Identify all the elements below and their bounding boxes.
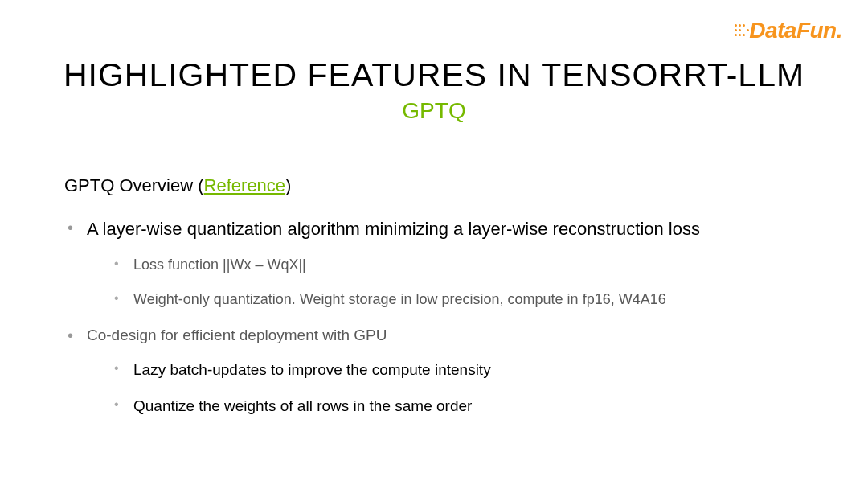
bullet-level1: A layer-wise quantization algorithm mini…	[64, 217, 820, 309]
bullet-level2: Quantize the weights of all rows in the …	[87, 397, 820, 417]
overview-prefix: GPTQ Overview (	[64, 175, 204, 195]
slide-content: GPTQ Overview (Reference) A layer-wise q…	[64, 175, 820, 432]
bullet-level2: Loss function ||Wx – WqX||	[87, 256, 820, 274]
bullet-level2: Weight-only quantization. Weight storage…	[87, 290, 820, 309]
bullet-level1: Co-design for efficient deployment with …	[64, 325, 820, 416]
bullet-text: Co-design for efficient deployment with …	[87, 327, 387, 343]
bullet-text: Loss function ||Wx – WqX||	[133, 257, 306, 273]
bullet-text: A layer-wise quantization algorithm mini…	[87, 219, 700, 239]
logo-dots-icon	[733, 23, 751, 39]
logo-text: DataFun.	[749, 18, 842, 43]
bullet-text: Quantize the weights of all rows in the …	[133, 397, 472, 414]
slide-title: HIGHLIGHTED FEATURES IN TENSORRT-LLM	[63, 56, 805, 94]
overview-heading: GPTQ Overview (Reference)	[64, 175, 820, 196]
bullet-level2: Lazy batch-updates to improve the comput…	[87, 360, 820, 380]
bullet-text: Weight-only quantization. Weight storage…	[133, 291, 666, 307]
slide-subtitle: GPTQ	[402, 98, 465, 124]
reference-link[interactable]: Reference	[204, 175, 286, 195]
datafun-logo: DataFun.	[733, 18, 842, 43]
overview-suffix: )	[285, 175, 291, 195]
bullet-text: Lazy batch-updates to improve the comput…	[133, 361, 491, 378]
